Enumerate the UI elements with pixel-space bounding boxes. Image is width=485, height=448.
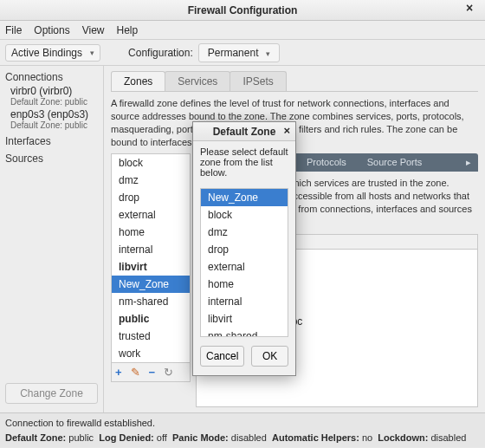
connection-zone-sub: Default Zone: public	[5, 97, 98, 107]
subtab-protocols[interactable]: Protocols	[296, 153, 357, 172]
connection-zone-sub: Default Zone: public	[5, 120, 98, 130]
zone-item[interactable]: work	[112, 345, 190, 362]
sidebar-connections-header: Connections	[5, 71, 98, 83]
tab-ipsets[interactable]: IPSets	[230, 71, 286, 91]
zone-item[interactable]: drop	[112, 189, 190, 206]
zone-item[interactable]: external	[112, 206, 190, 224]
dialog-zone-item[interactable]: drop	[201, 241, 288, 258]
change-zone-button[interactable]: Change Zone	[5, 383, 98, 404]
menubar: File Options View Help	[0, 21, 485, 40]
dialog-zone-item[interactable]: libvirt	[201, 310, 288, 328]
menu-options[interactable]: Options	[34, 24, 69, 36]
sidebar-sources-header: Sources	[5, 153, 98, 165]
dialog-zone-item[interactable]: dmz	[201, 224, 288, 241]
window-titlebar: Firewall Configuration ×	[0, 0, 485, 21]
connection-item[interactable]: virbr0 (virbr0)	[5, 83, 98, 97]
tab-services[interactable]: Services	[165, 71, 230, 91]
zone-reload-icon[interactable]: ↻	[164, 366, 173, 379]
zone-remove-icon[interactable]: −	[149, 366, 156, 379]
dialog-title: Default Zone	[213, 126, 276, 138]
zone-list-toolbar: + ✎ − ↻	[111, 363, 191, 382]
zone-item[interactable]: public	[112, 310, 190, 328]
status-connection: Connection to firewalld established.	[5, 416, 480, 431]
zone-item[interactable]: libvirt	[112, 258, 190, 276]
dialog-button-row: Cancel OK	[193, 337, 295, 375]
toolbar: Active Bindings Configuration: Permanent	[0, 40, 485, 66]
dialog-zone-item[interactable]: home	[201, 276, 288, 293]
active-bindings-expander[interactable]: Active Bindings	[5, 44, 100, 62]
tab-zones[interactable]: Zones	[111, 71, 165, 91]
configuration-value: Permanent	[208, 47, 259, 59]
dialog-titlebar: Default Zone ×	[193, 122, 295, 141]
zone-item[interactable]: New_Zone	[112, 276, 190, 293]
active-bindings-label: Active Bindings	[11, 47, 82, 59]
window-close-icon[interactable]: ×	[466, 2, 480, 16]
statusbar: Connection to firewalld established. Def…	[0, 412, 485, 447]
dialog-zone-list[interactable]: New_Zoneblockdmzdropexternalhomeinternal…	[200, 188, 288, 337]
menu-help[interactable]: Help	[117, 24, 139, 36]
top-tabs: Zones Services IPSets	[111, 71, 478, 92]
window-title: Firewall Configuration	[188, 4, 298, 16]
dialog-prompt: Please select default zone from the list…	[193, 141, 295, 183]
dialog-zone-item[interactable]: internal	[201, 293, 288, 310]
zone-edit-icon[interactable]: ✎	[131, 366, 140, 379]
configuration-label: Configuration:	[128, 47, 193, 59]
dialog-zone-item[interactable]: New_Zone	[201, 189, 288, 206]
zone-add-icon[interactable]: +	[115, 366, 122, 379]
menu-file[interactable]: File	[5, 24, 22, 36]
sidebar: Connections virbr0 (virbr0) Default Zone…	[0, 66, 104, 412]
dialog-zone-item[interactable]: external	[201, 258, 288, 276]
menu-view[interactable]: View	[82, 24, 105, 36]
dialog-close-icon[interactable]: ×	[283, 124, 290, 137]
dialog-zone-item[interactable]: block	[201, 206, 288, 224]
status-summary: Default Zone: public Log Denied: off Pan…	[5, 431, 480, 445]
zone-item[interactable]: home	[112, 224, 190, 241]
zone-item[interactable]: nm-shared	[112, 293, 190, 310]
zone-list[interactable]: blockdmzdropexternalhomeinternallibvirtN…	[111, 153, 191, 363]
configuration-combo[interactable]: Permanent	[198, 43, 280, 62]
zone-item[interactable]: internal	[112, 241, 190, 258]
ok-button[interactable]: OK	[251, 346, 288, 367]
connection-item[interactable]: enp0s3 (enp0s3)	[5, 107, 98, 120]
subtab-more-icon[interactable]: ▸	[459, 153, 478, 172]
dialog-zone-item[interactable]: nm-shared	[201, 328, 288, 337]
sidebar-interfaces-header: Interfaces	[5, 135, 98, 147]
zone-item[interactable]: block	[112, 154, 190, 172]
subtab-source-ports[interactable]: Source Ports	[357, 153, 433, 172]
zone-item[interactable]: dmz	[112, 172, 190, 189]
cancel-button[interactable]: Cancel	[200, 346, 244, 367]
zone-item[interactable]: trusted	[112, 328, 190, 345]
default-zone-dialog: Default Zone × Please select default zon…	[192, 121, 296, 376]
